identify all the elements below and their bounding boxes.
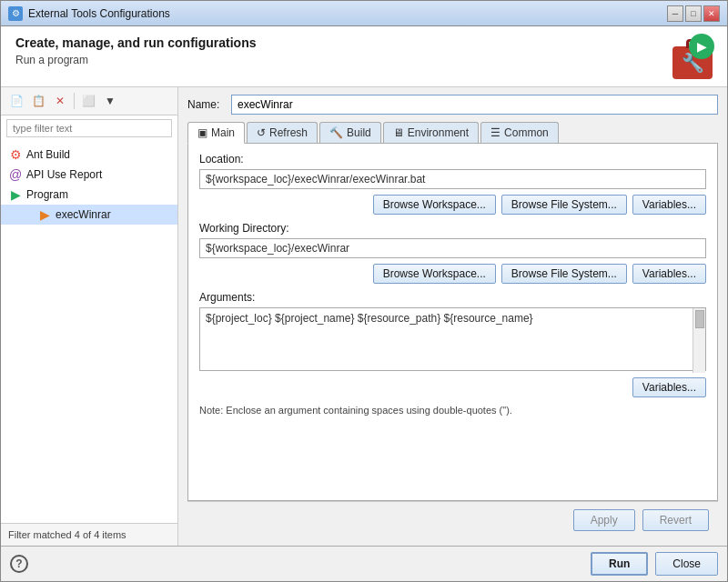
main-tab-label: Main [211, 126, 235, 139]
workdir-browse-filesystem-button[interactable]: Browse File System... [501, 264, 627, 284]
location-variables-button[interactable]: Variables... [632, 195, 706, 215]
header-title: Create, manage, and run configurations [15, 35, 257, 50]
arguments-section: Arguments: Variables... Note: Enclose an… [199, 291, 706, 416]
program-icon: ▶ [8, 187, 23, 202]
tab-common[interactable]: ☰ Common [480, 122, 559, 143]
ant-build-label: Ant Build [26, 148, 70, 161]
header-subtitle: Run a program [15, 54, 257, 66]
exec-winrar-label: execWinrar [56, 208, 111, 221]
filter-input[interactable] [6, 119, 172, 137]
filter-status: Filter matched 4 of 4 items [8, 529, 126, 540]
location-label: Location: [199, 153, 706, 166]
right-panel: Name: ▣ Main ↺ Refresh 🔨 Build 🖥 [178, 87, 727, 546]
apply-button[interactable]: Apply [573, 509, 635, 531]
maximize-button[interactable]: □ [685, 5, 702, 22]
delete-config-button[interactable]: ✕ [50, 91, 70, 111]
tab-environment[interactable]: 🖥 Environment [383, 122, 479, 143]
working-dir-buttons: Browse Workspace... Browse File System..… [199, 264, 706, 284]
working-dir-section: Working Directory: Browse Workspace... B… [199, 222, 706, 284]
api-report-icon: @ [8, 167, 23, 182]
tree-item-exec-winrar[interactable]: ▶ execWinrar [1, 205, 177, 225]
env-tab-icon: 🖥 [393, 126, 404, 139]
left-panel: 📄 📋 ✕ ⬜ ▼ ⚙ Ant Build @ API Use Report ▶ [1, 87, 178, 546]
help-button[interactable]: ? [10, 555, 28, 573]
footer-bar: ? Run Close [1, 546, 727, 581]
build-tab-label: Build [347, 126, 371, 139]
new-config-button[interactable]: 📄 [6, 91, 26, 111]
location-input[interactable] [199, 169, 706, 189]
run-arrow-icon: ▶ [689, 34, 714, 59]
expand-menu-button[interactable]: ▼ [100, 91, 120, 111]
ant-build-icon: ⚙ [8, 147, 23, 162]
name-label: Name: [187, 98, 224, 111]
args-scrollbar[interactable] [693, 308, 705, 373]
title-bar-controls: ─ □ ✕ [667, 5, 720, 22]
args-buttons: Variables... [199, 377, 706, 397]
workdir-variables-button[interactable]: Variables... [632, 264, 706, 284]
arguments-textarea[interactable] [199, 307, 706, 371]
header-section: Create, manage, and run configurations R… [1, 26, 727, 87]
title-bar: ⚙ External Tools Configurations ─ □ ✕ [1, 1, 727, 26]
dialog-icon: ⚙ [8, 6, 23, 21]
dialog: ⚙ External Tools Configurations ─ □ ✕ Cr… [0, 0, 728, 582]
main-tab-icon: ▣ [197, 126, 207, 139]
working-dir-input[interactable] [199, 238, 706, 258]
tab-refresh[interactable]: ↺ Refresh [247, 122, 318, 143]
name-row: Name: [187, 95, 718, 115]
program-label: Program [26, 188, 68, 201]
tabs-container: ▣ Main ↺ Refresh 🔨 Build 🖥 Environment ☰ [187, 122, 718, 144]
location-buttons: Browse Workspace... Browse File System..… [199, 195, 706, 215]
tab-main[interactable]: ▣ Main [187, 122, 245, 144]
exec-winrar-icon: ▶ [37, 207, 52, 222]
revert-button[interactable]: Revert [642, 509, 709, 531]
refresh-tab-icon: ↺ [257, 126, 266, 139]
api-report-label: API Use Report [26, 168, 102, 181]
window-close-button[interactable]: ✕ [703, 5, 720, 22]
location-browse-workspace-button[interactable]: Browse Workspace... [373, 195, 496, 215]
working-dir-label: Working Directory: [199, 222, 706, 235]
bottom-buttons: Apply Revert [187, 501, 718, 538]
minimize-button[interactable]: ─ [667, 5, 683, 22]
tree-item-ant-build[interactable]: ⚙ Ant Build [1, 145, 177, 165]
collapse-button[interactable]: ⬜ [78, 91, 98, 111]
tree-item-api-report[interactable]: @ API Use Report [1, 165, 177, 185]
common-tab-icon: ☰ [490, 126, 500, 139]
run-button[interactable]: Run [591, 552, 648, 576]
name-input[interactable] [231, 95, 718, 115]
left-footer: Filter matched 4 of 4 items [1, 523, 177, 546]
workdir-browse-workspace-button[interactable]: Browse Workspace... [373, 264, 496, 284]
tab-content-main: Location: Browse Workspace... Browse Fil… [187, 144, 718, 501]
tree-area: ⚙ Ant Build @ API Use Report ▶ Program ▶… [1, 141, 177, 523]
args-scrollbar-thumb [695, 310, 704, 328]
main-content: 📄 📋 ✕ ⬜ ▼ ⚙ Ant Build @ API Use Report ▶ [1, 87, 727, 546]
title-bar-left: ⚙ External Tools Configurations [8, 6, 170, 21]
tree-item-program[interactable]: ▶ Program [1, 185, 177, 205]
build-tab-icon: 🔨 [329, 126, 343, 139]
location-section: Location: Browse Workspace... Browse Fil… [199, 153, 706, 215]
footer-actions: Run Close [591, 552, 718, 576]
header-text: Create, manage, and run configurations R… [15, 35, 257, 66]
env-tab-label: Environment [408, 126, 469, 139]
arguments-label: Arguments: [199, 291, 706, 304]
toolbar-separator [74, 93, 75, 109]
args-textarea-wrapper [199, 307, 706, 374]
location-browse-filesystem-button[interactable]: Browse File System... [501, 195, 627, 215]
close-button[interactable]: Close [655, 552, 718, 576]
tab-build[interactable]: 🔨 Build [319, 122, 381, 143]
copy-config-button[interactable]: 📋 [28, 91, 48, 111]
common-tab-label: Common [504, 126, 549, 139]
refresh-tab-label: Refresh [269, 126, 308, 139]
left-toolbar: 📄 📋 ✕ ⬜ ▼ [1, 87, 177, 115]
arguments-note: Note: Enclose an argument containing spa… [199, 405, 706, 416]
arguments-variables-button[interactable]: Variables... [632, 377, 706, 397]
title-bar-text: External Tools Configurations [28, 7, 170, 20]
header-icon-area: ▶ 🔧 [669, 35, 713, 79]
